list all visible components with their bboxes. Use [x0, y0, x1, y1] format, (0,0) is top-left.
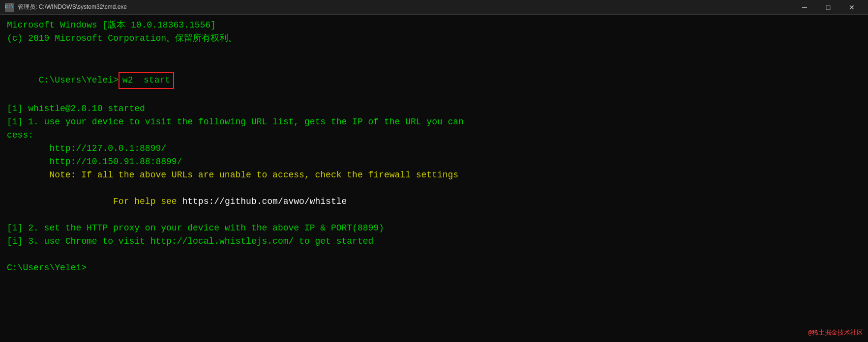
terminal-line-13: C:\Users\Yelei> — [7, 261, 861, 275]
terminal-body[interactable]: Microsoft Windows [版本 10.0.18363.1556] (… — [0, 15, 868, 342]
terminal-line-3: C:\Users\Yelei>w2 start — [7, 58, 861, 102]
blank-line-2 — [7, 248, 861, 261]
terminal-line-2: (c) 2019 Microsoft Corporation。保留所有权利。 — [7, 32, 861, 45]
github-link: https://github.com/avwo/whistle — [182, 197, 347, 206]
watermark: @稀土掘金技术社区 — [808, 328, 863, 337]
minimize-button[interactable]: ─ — [793, 0, 816, 15]
terminal-line-8: Note: If all the above URLs are unable t… — [7, 169, 861, 182]
blank-line-1 — [7, 45, 861, 58]
window-title: 管理员: C:\WINDOWS\system32\cmd.exe — [18, 3, 793, 11]
terminal-line-4: [i] whistle@2.8.10 started — [7, 102, 861, 115]
terminal-line-6: http://127.0.0.1:8899/ — [7, 142, 861, 155]
terminal-line-11: [i] 3. use Chrome to visit http://local.… — [7, 235, 861, 248]
close-button[interactable]: ✕ — [840, 0, 863, 15]
prompt-1: C:\Users\Yelei> — [39, 75, 119, 85]
window-controls: ─ □ ✕ — [793, 0, 863, 15]
titlebar: C:\ 管理员: C:\WINDOWS\system32\cmd.exe ─ □… — [0, 0, 868, 15]
terminal-line-10: [i] 2. set the HTTP proxy on your device… — [7, 222, 861, 235]
note-prefix: For help see — [39, 197, 182, 206]
command-highlight: w2 start — [119, 72, 174, 89]
terminal-line-9: For help see https://github.com/avwo/whi… — [7, 182, 861, 222]
terminal-line-5: [i] 1. use your device to visit the foll… — [7, 115, 861, 129]
terminal-line-7: http://10.150.91.88:8899/ — [7, 155, 861, 169]
terminal-line-5b: cess: — [7, 129, 861, 142]
cmd-window: C:\ 管理员: C:\WINDOWS\system32\cmd.exe ─ □… — [0, 0, 868, 342]
terminal-line-1: Microsoft Windows [版本 10.0.18363.1556] — [7, 19, 861, 32]
maximize-button[interactable]: □ — [817, 0, 839, 15]
cmd-icon: C:\ — [5, 3, 14, 12]
